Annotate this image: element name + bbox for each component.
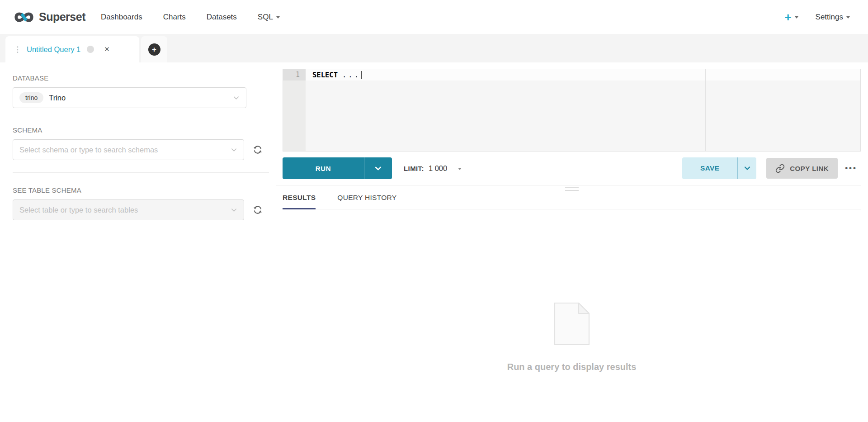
chevron-down-icon xyxy=(744,165,751,172)
save-button[interactable]: SAVE xyxy=(682,157,737,179)
nav-sql-menu[interactable]: SQL xyxy=(258,13,280,22)
nav-dashboards[interactable]: Dashboards xyxy=(101,13,142,22)
copy-link-button[interactable]: COPY LINK xyxy=(766,158,838,179)
run-button[interactable]: RUN xyxy=(283,157,364,179)
nav-sql-label: SQL xyxy=(258,13,273,22)
more-options-icon[interactable]: ••• xyxy=(845,164,857,173)
line-number: 1 xyxy=(283,69,306,81)
sql-editor[interactable]: 1 SELECT ... xyxy=(283,69,861,152)
database-label: DATABASE xyxy=(13,74,263,82)
query-tab-strip: ⋮ Untitled Query 1 ✕ + xyxy=(0,34,868,62)
superset-logo[interactable]: Superset xyxy=(14,10,85,24)
link-icon xyxy=(775,164,785,173)
results-tab-bar: RESULTS QUERY HISTORY xyxy=(283,194,861,209)
schema-select[interactable]: Select schema or type to search schemas xyxy=(13,139,244,160)
add-tab-button[interactable]: + xyxy=(141,36,167,62)
chevron-down-icon xyxy=(233,95,240,101)
database-select[interactable]: trino Trino xyxy=(13,87,246,108)
schema-field: SCHEMA Select schema or type to search s… xyxy=(13,126,263,160)
chevron-down-icon xyxy=(795,16,798,19)
run-options-button[interactable] xyxy=(364,157,392,179)
print-margin-line xyxy=(705,69,706,151)
pane-divider xyxy=(276,185,861,185)
chevron-down-icon xyxy=(231,147,237,153)
brand-name: Superset xyxy=(39,10,85,24)
sqllab-sidebar: DATABASE trino Trino SCHEMA Select schem xyxy=(0,62,276,422)
content-area: DATABASE trino Trino SCHEMA Select schem xyxy=(0,62,868,422)
nav-right: + Settings xyxy=(784,11,850,23)
editor-toolbar: RUN LIMIT: 1 000 SAVE xyxy=(283,157,861,179)
nav-links: Dashboards Charts Datasets SQL xyxy=(101,13,280,22)
schema-placeholder: Select schema or type to search schemas xyxy=(19,146,158,154)
settings-label: Settings xyxy=(816,13,843,22)
save-button-group: SAVE xyxy=(682,157,756,179)
limit-dropdown[interactable]: LIMIT: 1 000 xyxy=(404,164,462,173)
nav-charts-label: Charts xyxy=(163,13,186,22)
nav-dashboards-label: Dashboards xyxy=(101,13,142,22)
resize-handle[interactable] xyxy=(565,187,579,191)
chevron-down-icon xyxy=(458,168,462,170)
tab-query-history[interactable]: QUERY HISTORY xyxy=(337,194,396,209)
table-placeholder: Select table or type to search tables xyxy=(19,206,138,214)
document-icon xyxy=(554,302,590,346)
add-icon: + xyxy=(148,43,160,56)
new-item-button[interactable]: + xyxy=(784,11,798,23)
close-tab-icon[interactable]: ✕ xyxy=(104,45,110,53)
sqllab-main: 1 SELECT ... RUN xyxy=(276,62,861,422)
code-line: SELECT ... xyxy=(306,69,860,81)
database-engine-tag: trino xyxy=(19,92,43,103)
nav-datasets[interactable]: Datasets xyxy=(207,13,237,22)
refresh-schemas-icon[interactable] xyxy=(252,144,263,155)
settings-menu[interactable]: Settings xyxy=(816,13,850,22)
sidebar-divider xyxy=(13,172,269,173)
limit-label: LIMIT: xyxy=(404,165,424,172)
tab-query-history-label: QUERY HISTORY xyxy=(337,194,396,201)
limit-value: 1 000 xyxy=(429,164,447,173)
database-field: DATABASE trino Trino xyxy=(13,74,263,108)
top-nav: Superset Dashboards Charts Datasets SQL … xyxy=(0,0,868,34)
query-tab-active[interactable]: ⋮ Untitled Query 1 ✕ xyxy=(5,36,139,62)
table-field: SEE TABLE SCHEMA Select table or type to… xyxy=(13,186,263,220)
chevron-down-icon xyxy=(846,16,850,19)
nav-charts[interactable]: Charts xyxy=(163,13,186,22)
schema-label: SCHEMA xyxy=(13,126,263,134)
chevron-down-icon xyxy=(276,16,280,19)
text-cursor xyxy=(361,71,362,79)
empty-state-text: Run a query to display results xyxy=(507,362,637,372)
chevron-down-icon xyxy=(374,165,382,172)
results-empty-state: Run a query to display results xyxy=(283,209,861,422)
tab-title: Untitled Query 1 xyxy=(27,45,80,54)
table-label: SEE TABLE SCHEMA xyxy=(13,186,263,194)
sql-rest: ... xyxy=(342,71,360,79)
plus-icon: + xyxy=(784,11,791,23)
query-status-dot xyxy=(87,46,94,53)
add-glyph: + xyxy=(152,46,156,53)
editor-gutter: 1 xyxy=(283,69,306,151)
refresh-tables-icon[interactable] xyxy=(252,204,263,215)
chevron-down-icon xyxy=(231,207,237,213)
tab-results-label: RESULTS xyxy=(283,194,316,201)
superset-infinity-icon xyxy=(14,11,34,24)
table-select[interactable]: Select table or type to search tables xyxy=(13,199,244,220)
nav-datasets-label: Datasets xyxy=(207,13,237,22)
editor-code-area[interactable]: SELECT ... xyxy=(306,69,860,151)
copy-link-label: COPY LINK xyxy=(790,165,829,172)
sqllab-app: Superset Dashboards Charts Datasets SQL … xyxy=(0,0,868,422)
save-options-button[interactable] xyxy=(737,157,756,179)
run-button-group: RUN xyxy=(283,157,392,179)
sql-keyword: SELECT xyxy=(312,71,338,79)
tab-results[interactable]: RESULTS xyxy=(283,194,316,209)
database-value: Trino xyxy=(49,94,66,102)
tab-drag-icon[interactable]: ⋮ xyxy=(14,46,21,53)
